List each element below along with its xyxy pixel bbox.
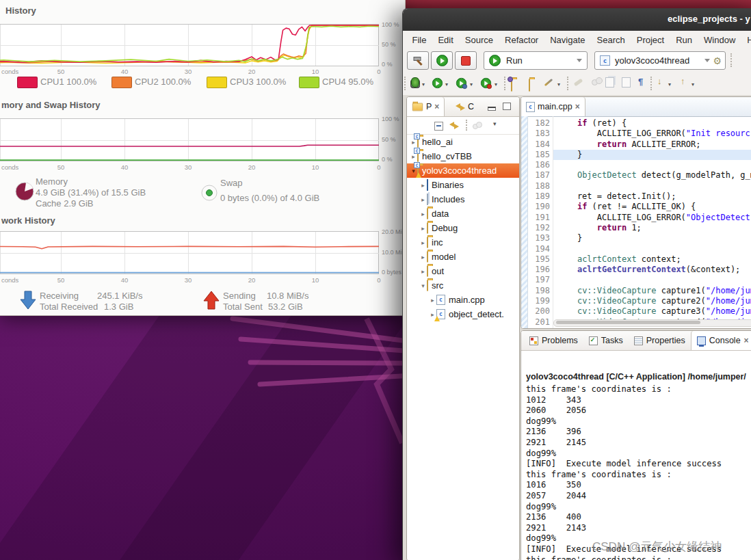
launch-config-combo[interactable]: c yolov3coco4thread ⚙ — [594, 51, 726, 70]
tab-main-cpp[interactable]: c main.cpp × — [521, 97, 585, 116]
console-line: 2060 2056 — [526, 405, 751, 416]
chevron-down-icon[interactable]: ▾ — [495, 81, 497, 88]
tab-c-view[interactable]: C — [451, 97, 479, 116]
expanded-arrow-icon[interactable]: ▾ — [419, 282, 427, 289]
tab-console[interactable]: Console× — [691, 331, 751, 350]
collapsed-arrow-icon[interactable]: ▸ — [419, 196, 427, 203]
collapsed-arrow-icon[interactable]: ▸ — [419, 254, 427, 261]
chevron-down-icon[interactable]: ▾ — [668, 81, 671, 88]
x-tick-label: conds — [1, 68, 18, 75]
scrollbar-thumb[interactable] — [556, 321, 700, 324]
watermark: CSDN @元气少女缘结神 — [592, 539, 722, 555]
build-button[interactable] — [407, 51, 429, 70]
run-icon[interactable] — [432, 78, 443, 88]
minimize-icon[interactable] — [488, 107, 496, 111]
chevron-down-icon[interactable]: ▾ — [445, 81, 448, 88]
network-history-title: work History — [1, 215, 55, 226]
toolbar-separator — [466, 120, 467, 131]
x-tick-label: 20 — [248, 163, 256, 171]
tree-item-object-detect-[interactable]: ▸cobject_detect. — [407, 307, 519, 321]
menu-refactor[interactable]: Refactor — [499, 35, 544, 45]
close-icon[interactable]: × — [744, 336, 749, 345]
collapsed-arrow-icon[interactable]: ▸ — [419, 211, 427, 217]
close-icon[interactable]: × — [575, 103, 580, 111]
chevron-down-icon[interactable]: ▾ — [470, 81, 473, 88]
code-line-199: cv::VideoCapture capture2("/home/jum — [553, 296, 751, 306]
code-line-192: return 1; — [553, 223, 751, 233]
tree-item-hello-ai[interactable]: ▸Chello_ai — [407, 135, 519, 149]
go-back-icon[interactable]: ↑ — [681, 76, 685, 86]
tree-item-out[interactable]: ▸out — [407, 264, 519, 278]
view-menu-icon[interactable]: ▾ — [493, 120, 497, 127]
tree-item-inc[interactable]: ▸inc — [407, 235, 519, 250]
tab-properties[interactable]: Properties — [629, 331, 691, 350]
menu-help[interactable]: Help — [741, 35, 751, 45]
tab-tasks[interactable]: Tasks — [583, 331, 629, 350]
eclipse-titlebar[interactable]: eclipse_projects - y — [403, 9, 751, 31]
chevron-down-icon[interactable]: ▾ — [691, 81, 694, 88]
collapse-all-icon[interactable] — [434, 122, 443, 131]
menu-edit[interactable]: Edit — [432, 35, 459, 45]
profile-icon[interactable] — [481, 78, 491, 88]
maximize-icon[interactable] — [503, 103, 511, 110]
line-number: 199 — [528, 296, 550, 306]
collapsed-arrow-icon[interactable]: ▸ — [419, 239, 427, 246]
line-number: 185 — [528, 150, 550, 160]
run-mode-combo[interactable]: Run — [484, 51, 588, 70]
terminate-button[interactable] — [455, 51, 477, 70]
tree-item-data[interactable]: ▸data — [407, 206, 519, 221]
tree-item-model[interactable]: ▸model — [407, 250, 519, 264]
menu-search[interactable]: Search — [591, 35, 631, 45]
tab-project-explorer[interactable]: P × — [407, 97, 445, 116]
tree-item-binaries[interactable]: ▸Binaries — [407, 178, 519, 192]
menu-run[interactable]: Run — [670, 35, 698, 45]
collapsed-arrow-icon[interactable]: ▸ — [410, 153, 417, 160]
legend-label: CPU4 95.0% — [322, 77, 373, 87]
copy-pages-icon[interactable] — [605, 77, 614, 88]
tree-item-debug[interactable]: ▸Debug — [407, 221, 519, 235]
y-tick-label: 0 % — [382, 156, 393, 163]
collapsed-arrow-icon[interactable]: ▸ — [419, 225, 427, 232]
code-lines[interactable]: if (ret) { ACLLITE_LOG_ERROR("Init resou… — [553, 118, 751, 328]
link-with-editor-icon[interactable] — [449, 122, 459, 129]
page-icon[interactable] — [622, 77, 631, 88]
tree-item-src[interactable]: ▾src — [407, 278, 519, 293]
run-mode-label: Run — [506, 55, 523, 66]
gear-icon[interactable]: ⚙ — [713, 55, 722, 66]
filters-icon[interactable] — [473, 122, 483, 131]
close-icon[interactable]: × — [434, 103, 439, 111]
open-folder-icon[interactable] — [529, 79, 530, 92]
menu-window[interactable]: Window — [698, 35, 741, 45]
wand-icon[interactable] — [544, 79, 553, 86]
chevron-down-icon[interactable]: ▾ — [557, 81, 560, 88]
project-icon: C — [417, 137, 419, 147]
collapsed-arrow-icon[interactable]: ▸ — [419, 268, 427, 275]
tree-item-label: main.cpp — [449, 295, 485, 305]
horizontal-scrollbar[interactable] — [553, 319, 751, 327]
tree-item-main-cpp[interactable]: ▸cmain.cpp — [407, 293, 519, 307]
resume-button[interactable] — [431, 51, 453, 70]
tree-item-yolov3coco4thread[interactable]: ▾Cyolov3coco4thread — [407, 163, 519, 178]
debug-icon[interactable] — [411, 77, 419, 88]
total-sent-label: Total Sent — [223, 302, 263, 312]
tab-problems[interactable]: Problems — [524, 331, 583, 350]
collapsed-arrow-icon[interactable]: ▸ — [429, 297, 436, 304]
show-whitespace-icon[interactable]: ¶ — [638, 77, 643, 87]
open-project-icon[interactable] — [511, 79, 512, 92]
menu-project[interactable]: Project — [631, 35, 670, 45]
code-editor[interactable]: 1821831841851861871881891901911921931941… — [521, 116, 751, 328]
menu-navigate[interactable]: Navigate — [544, 35, 591, 45]
chevron-down-icon[interactable]: ▾ — [422, 81, 425, 88]
menu-file[interactable]: File — [406, 35, 432, 45]
console-output[interactable]: this frame's coordinates is :1012 343206… — [526, 384, 751, 560]
last-edit-location-icon[interactable]: ↓ — [657, 76, 662, 86]
tree-item-includes[interactable]: ▸Includes — [407, 192, 519, 206]
menu-source[interactable]: Source — [459, 35, 499, 45]
annotation-ruler[interactable] — [521, 116, 528, 328]
tree-item-hello-cvtbb[interactable]: ▸Chello_cvTBB — [407, 149, 519, 163]
collapsed-arrow-icon[interactable]: ▸ — [410, 139, 417, 146]
format-icon[interactable] — [574, 79, 583, 87]
collapsed-arrow-icon[interactable]: ▸ — [419, 182, 427, 189]
folder-icon — [427, 266, 428, 276]
run-history-icon[interactable] — [456, 78, 466, 88]
